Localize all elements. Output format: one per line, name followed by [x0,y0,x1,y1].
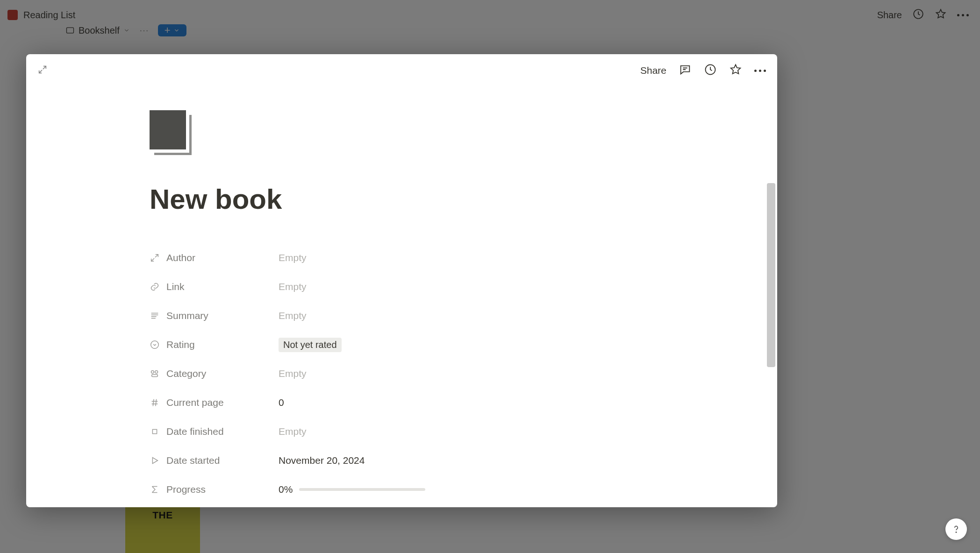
property-value[interactable]: Empty [279,368,307,379]
progress-text: 0% [279,484,293,495]
property-row: CategoryEmpty [150,359,765,388]
modal-topbar: Share [26,54,777,87]
property-key-label: Date finished [166,426,224,437]
modal-scrollbar[interactable] [767,183,775,367]
property-key[interactable]: Date started [150,455,279,466]
property-value[interactable]: Empty [279,426,307,437]
property-key[interactable]: Link [150,281,279,292]
select-tag: Not yet rated [279,338,342,352]
help-fab[interactable] [945,518,967,540]
page-emoji-icon[interactable] [150,110,192,155]
property-row: Date startedNovember 20, 2024 [150,446,765,475]
property-key[interactable]: Author [150,252,279,263]
property-key[interactable]: Category [150,368,279,379]
svg-point-5 [151,370,154,373]
more-icon[interactable] [754,70,766,72]
property-key[interactable]: Rating [150,339,279,350]
svg-point-2 [956,532,956,532]
property-row: Date finishedEmpty [150,417,765,446]
property-value[interactable]: November 20, 2024 [279,455,365,466]
property-value[interactable]: Empty [279,310,307,321]
property-value[interactable]: Empty [279,252,307,263]
property-key-label: Current page [166,397,224,408]
property-row: AuthorEmpty [150,243,765,272]
expand-icon[interactable] [37,64,48,77]
property-row: RatingNot yet rated [150,330,765,359]
property-key-label: Rating [166,339,195,350]
modal-content: New book AuthorEmptyLinkEmptySummaryEmpt… [26,87,765,507]
properties-list: AuthorEmptyLinkEmptySummaryEmptyRatingNo… [150,243,765,504]
property-key[interactable]: Summary [150,310,279,321]
property-key-label: Progress [166,484,206,495]
property-value[interactable]: Empty [279,281,307,292]
property-row: SummaryEmpty [150,301,765,330]
property-key-label: Summary [166,310,208,321]
page-title[interactable]: New book [150,183,765,215]
svg-point-6 [155,370,158,373]
property-value[interactable]: Not yet rated [279,338,342,352]
property-key[interactable]: Date finished [150,426,279,437]
comments-icon[interactable] [679,63,692,78]
property-key[interactable]: Current page [150,397,279,408]
svg-point-4 [151,341,159,349]
page-modal: Share New book AuthorEmptyLinkEmptySumma… [26,54,777,507]
property-value[interactable]: 0 [279,397,284,408]
property-key-label: Date started [166,455,220,466]
property-key-label: Author [166,252,195,263]
property-key-label: Link [166,281,185,292]
property-row: Progress0% [150,475,765,504]
progress-bar [299,488,425,491]
svg-rect-8 [152,429,157,433]
property-row: LinkEmpty [150,272,765,301]
property-row: Current page0 [150,388,765,417]
property-value[interactable]: 0% [279,484,425,495]
clock-icon[interactable] [704,63,717,78]
svg-rect-7 [152,375,158,377]
modal-share-button[interactable]: Share [640,65,666,76]
property-key-label: Category [166,368,206,379]
star-icon[interactable] [729,63,742,78]
property-key[interactable]: Progress [150,484,279,495]
